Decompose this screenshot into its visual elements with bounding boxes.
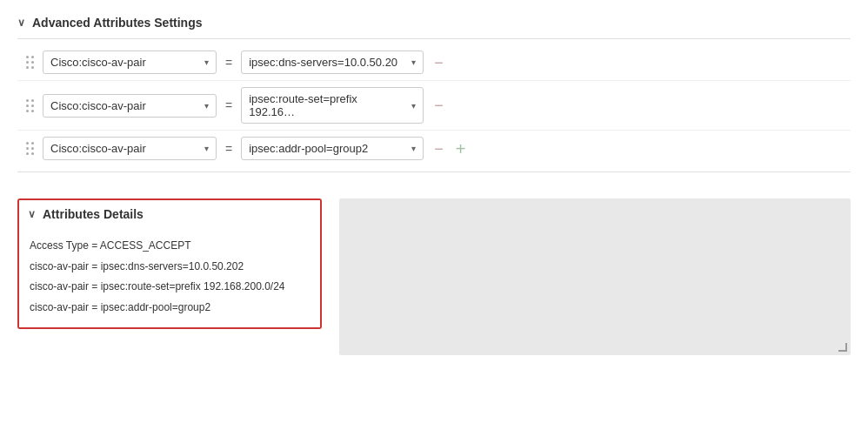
detail-line-1: Access Type = ACCESS_ACCEPT (30, 237, 310, 256)
remove-row-1-button[interactable]: − (432, 55, 445, 71)
left-dropdown-caret-2: ▾ (204, 101, 209, 111)
advanced-section-title: Advanced Attributes Settings (32, 16, 203, 30)
right-dropdown-label-1: ipsec:dns-servers=10.0.50.20 (249, 56, 397, 69)
remove-row-2-button[interactable]: − (432, 97, 445, 113)
left-panel: ∨ Attributes Details Access Type = ACCES… (17, 198, 322, 355)
right-dropdown-caret-2: ▾ (411, 101, 416, 111)
left-dropdown-1[interactable]: Cisco:cisco-av-pair ▾ (43, 50, 217, 74)
right-dropdown-caret-1: ▾ (411, 57, 416, 67)
left-dropdown-caret-1: ▾ (204, 57, 209, 67)
left-dropdown-2[interactable]: Cisco:cisco-av-pair ▾ (43, 94, 217, 118)
right-panel (339, 198, 851, 355)
details-header: ∨ Attributes Details (19, 200, 320, 228)
detail-line-4: cisco-av-pair = ipsec:addr-pool=group2 (30, 299, 310, 318)
details-chevron-icon[interactable]: ∨ (28, 208, 36, 220)
table-row: Cisco:cisco-av-pair ▾ = ipsec:dns-server… (17, 44, 851, 81)
advanced-chevron-icon[interactable]: ∨ (17, 17, 25, 29)
table-row: Cisco:cisco-av-pair ▾ = ipsec:route-set=… (17, 81, 851, 131)
resize-handle-icon[interactable] (838, 343, 847, 352)
left-dropdown-3[interactable]: Cisco:cisco-av-pair ▾ (43, 137, 217, 160)
right-dropdown-label-3: ipsec:addr-pool=group2 (249, 142, 368, 155)
attributes-details-section: ∨ Attributes Details Access Type = ACCES… (17, 198, 322, 329)
left-dropdown-label-3: Cisco:cisco-av-pair (50, 142, 146, 155)
attributes-table: Cisco:cisco-av-pair ▾ = ipsec:dns-server… (17, 38, 851, 172)
bottom-layout: ∨ Attributes Details Access Type = ACCES… (17, 198, 851, 355)
page: ∨ Advanced Attributes Settings Cisco:cis… (0, 0, 868, 437)
detail-line-3: cisco-av-pair = ipsec:route-set=prefix 1… (30, 278, 310, 297)
right-dropdown-3[interactable]: ipsec:addr-pool=group2 ▾ (241, 137, 424, 160)
details-title: Attributes Details (43, 207, 144, 221)
table-row: Cisco:cisco-av-pair ▾ = ipsec:addr-pool=… (17, 131, 851, 166)
add-row-button[interactable]: + (454, 140, 468, 158)
right-dropdown-caret-3: ▾ (411, 144, 416, 153)
drag-handle[interactable] (26, 99, 34, 112)
drag-handle[interactable] (26, 142, 34, 155)
left-dropdown-caret-3: ▾ (204, 144, 209, 153)
right-dropdown-2[interactable]: ipsec:route-set=prefix 192.16… ▾ (241, 87, 424, 124)
advanced-section-header: ∨ Advanced Attributes Settings (17, 9, 851, 38)
remove-row-3-button[interactable]: − (432, 141, 445, 157)
detail-line-2: cisco-av-pair = ipsec:dns-servers=10.0.5… (30, 258, 310, 277)
equals-sign-1: = (225, 56, 232, 70)
drag-handle[interactable] (26, 56, 34, 69)
left-dropdown-label-2: Cisco:cisco-av-pair (50, 99, 146, 112)
equals-sign-2: = (225, 98, 232, 112)
details-content: Access Type = ACCESS_ACCEPT cisco-av-pai… (19, 228, 320, 327)
right-dropdown-1[interactable]: ipsec:dns-servers=10.0.50.20 ▾ (241, 50, 424, 74)
right-dropdown-label-2: ipsec:route-set=prefix 192.16… (249, 92, 406, 118)
equals-sign-3: = (225, 142, 232, 156)
left-dropdown-label-1: Cisco:cisco-av-pair (50, 56, 146, 69)
